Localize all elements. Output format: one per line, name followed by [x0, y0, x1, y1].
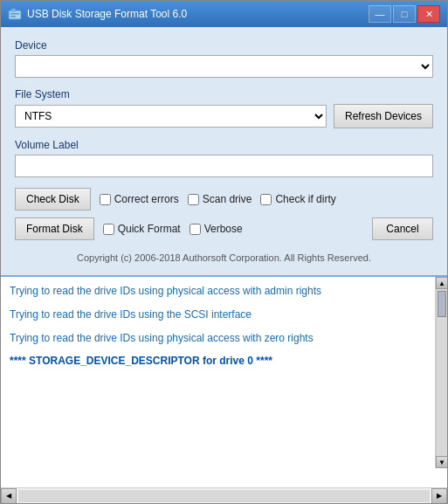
device-select[interactable] [15, 55, 433, 78]
scroll-track [436, 289, 447, 456]
quick-format-group: Quick Format [103, 223, 181, 235]
title-bar-left: USB Disk Storage Format Tool 6.0 [8, 7, 187, 21]
format-disk-button[interactable]: Format Disk [15, 217, 94, 240]
svg-rect-2 [10, 13, 19, 15]
main-window: USB Disk Storage Format Tool 6.0 — □ ✕ D… [0, 0, 448, 504]
scan-drive-group: Scan drive [188, 193, 252, 205]
title-bar: USB Disk Storage Format Tool 6.0 — □ ✕ [1, 1, 447, 27]
check-dirty-group: Check if dirty [260, 193, 335, 205]
correct-errors-group: Correct errors [100, 193, 179, 205]
form-area: Device File System FAT FAT32 NTFS exFAT … [1, 27, 447, 275]
filesystem-label: File System [15, 88, 433, 100]
device-label: Device [15, 39, 433, 52]
volume-label-input[interactable] [15, 155, 433, 177]
maximize-button[interactable]: □ [393, 5, 416, 23]
window-title: USB Disk Storage Format Tool 6.0 [27, 8, 187, 20]
check-dirty-label: Check if dirty [275, 193, 335, 205]
minimize-button[interactable]: — [369, 5, 391, 23]
scroll-thumb[interactable] [438, 291, 446, 317]
format-disk-row: Format Disk Quick Format Verbose Cancel [15, 217, 433, 240]
log-line: **** STORAGE_DEVICE_DESCRIPTOR for drive… [10, 354, 431, 369]
filesystem-select[interactable]: FAT FAT32 NTFS exFAT [15, 105, 327, 128]
svg-rect-0 [9, 10, 21, 19]
app-icon [8, 7, 22, 21]
check-disk-row: Check Disk Correct errors Scan drive Che… [15, 188, 433, 211]
title-bar-controls: — □ ✕ [369, 5, 440, 23]
scan-drive-label: Scan drive [203, 193, 252, 205]
scroll-up-button[interactable]: ▲ [436, 277, 447, 289]
log-area: Trying to read the drive IDs using physi… [1, 275, 447, 503]
svg-rect-1 [11, 9, 16, 11]
filesystem-row: FAT FAT32 NTFS exFAT Refresh Devices [15, 104, 433, 128]
verbose-group: Verbose [190, 223, 243, 235]
log-content[interactable]: Trying to read the drive IDs using physi… [1, 277, 447, 487]
scan-drive-checkbox[interactable] [188, 194, 199, 205]
log-line: Trying to read the drive IDs using physi… [10, 331, 431, 346]
check-dirty-checkbox[interactable] [260, 194, 272, 205]
cancel-button[interactable]: Cancel [372, 217, 433, 240]
quick-format-checkbox[interactable] [103, 224, 114, 235]
log-scrollbar: ▲ ▼ [435, 277, 447, 468]
close-button[interactable]: ✕ [417, 5, 440, 23]
verbose-label: Verbose [204, 223, 243, 235]
correct-errors-label: Correct errors [114, 193, 179, 205]
verbose-checkbox[interactable] [190, 224, 201, 235]
svg-rect-3 [10, 16, 16, 17]
volume-label-label: Volume Label [15, 139, 433, 151]
quick-format-label: Quick Format [118, 223, 181, 235]
hscroll-right-button[interactable]: ▶ [431, 488, 447, 504]
log-hscrollbar: ◀ ▶ [1, 487, 447, 503]
hscroll-track [18, 490, 430, 502]
scroll-down-button[interactable]: ▼ [436, 456, 447, 468]
correct-errors-checkbox[interactable] [100, 194, 111, 205]
refresh-devices-button[interactable]: Refresh Devices [334, 104, 433, 128]
hscroll-left-button[interactable]: ◀ [1, 488, 17, 504]
check-disk-button[interactable]: Check Disk [15, 188, 91, 211]
log-line: Trying to read the drive IDs using the S… [10, 307, 431, 322]
copyright-text: Copyright (c) 2006-2018 Authorsoft Corpo… [15, 247, 433, 266]
log-line: Trying to read the drive IDs using physi… [10, 284, 431, 299]
